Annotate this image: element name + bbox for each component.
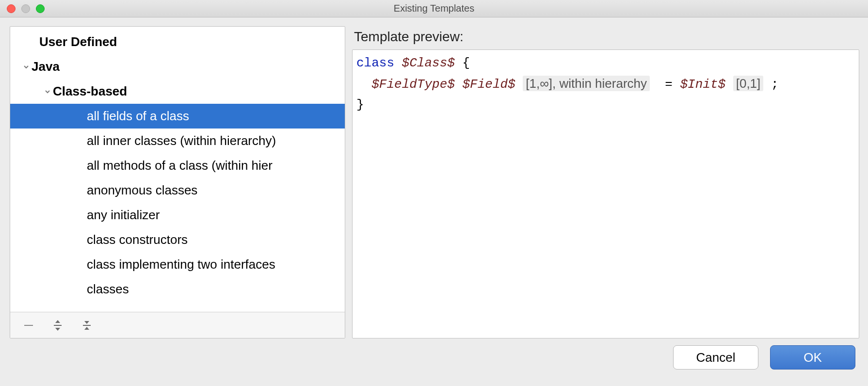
expand-all-button[interactable] [50,318,65,333]
dialog-content: User DefinedJavaClass-basedall fields of… [0,17,868,338]
tree-label: classes [87,282,129,297]
window-controls [7,4,45,13]
tree-label: class constructors [87,232,188,247]
tree-group[interactable]: User Defined [10,30,345,54]
code-constraint: [1,∞], within hierarchy [523,76,650,91]
tree-label: all methods of a class (within hier [87,158,273,173]
svg-rect-2 [54,325,62,326]
preview-panel: Template preview: class $Class$ { $Field… [352,26,859,338]
code-text [725,77,733,92]
tree-group[interactable]: Class-based [10,79,345,104]
svg-marker-6 [84,327,89,330]
tree-label: Java [32,59,60,74]
tree-label: all fields of a class [87,109,189,124]
window-title: Existing Templates [6,3,862,14]
code-var-field: $Field$ [462,77,515,92]
tree-item[interactable]: any initializer [10,203,345,227]
svg-marker-1 [55,320,60,323]
minimize-icon[interactable] [21,4,30,13]
svg-rect-0 [24,325,33,326]
tree-item[interactable]: class constructors [10,227,345,252]
tree-label: anonymous classes [87,183,197,198]
remove-button[interactable] [21,318,36,333]
tree-item[interactable]: anonymous classes [10,178,345,203]
tree-label: all inner classes (within hierarchy) [87,133,276,148]
tree-group[interactable]: Java [10,54,345,79]
template-tree[interactable]: User DefinedJavaClass-basedall fields of… [10,27,345,312]
tree-label: class implementing two interfaces [87,257,275,272]
tree-item[interactable]: all fields of a class [10,104,345,129]
tree-item[interactable]: classes [10,277,345,302]
preview-code: class $Class$ { $FieldType$ $Field$ [1,∞… [352,49,859,338]
template-tree-panel: User DefinedJavaClass-basedall fields of… [10,26,345,338]
code-keyword: class [356,56,394,70]
cancel-button[interactable]: Cancel [673,345,758,370]
svg-marker-3 [55,328,60,331]
code-text: ; [763,77,778,92]
code-text: = [650,77,680,92]
code-text [515,77,523,92]
chevron-down-icon[interactable] [21,64,32,70]
tree-item[interactable]: class implementing two interfaces [10,252,345,277]
code-var-fieldtype: $FieldType$ [371,77,455,92]
collapse-all-button[interactable] [79,318,95,333]
svg-rect-5 [83,325,91,326]
close-icon[interactable] [7,4,16,13]
tree-item[interactable]: all inner classes (within hierarchy) [10,129,345,153]
maximize-icon[interactable] [36,4,45,13]
ok-button[interactable]: OK [770,345,855,370]
dialog-footer: Cancel OK [0,338,868,376]
titlebar: Existing Templates [0,0,868,17]
code-text [356,77,371,92]
preview-label: Template preview: [352,26,859,49]
code-var-class: $Class$ [394,56,455,70]
code-text: } [356,97,364,112]
code-text: { [455,56,470,70]
svg-marker-4 [84,321,89,324]
code-var-init: $Init$ [680,77,725,92]
tree-label: User Defined [39,34,117,49]
chevron-down-icon[interactable] [42,88,53,95]
code-text [455,77,463,92]
tree-toolbar [10,312,345,338]
tree-label: any initializer [87,208,160,223]
tree-label: Class-based [53,84,127,99]
tree-item[interactable]: all methods of a class (within hier [10,153,345,178]
code-constraint: [0,1] [733,76,764,91]
